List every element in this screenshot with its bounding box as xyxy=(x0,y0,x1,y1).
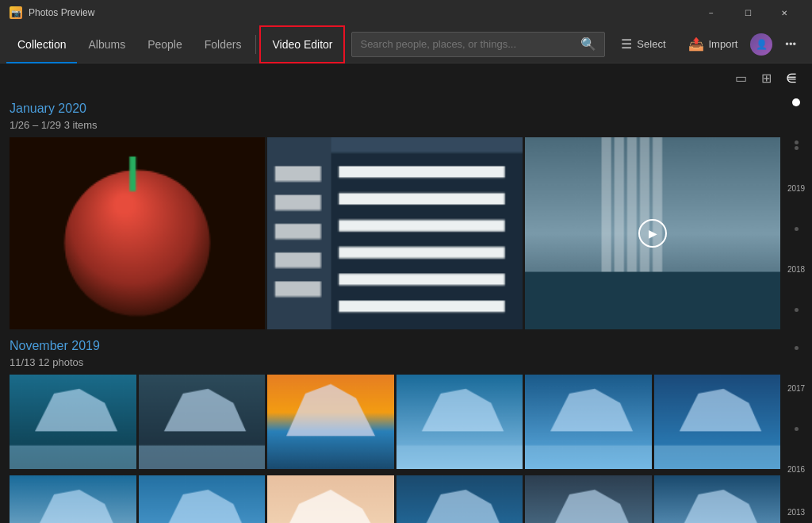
import-icon: 📤 xyxy=(688,37,704,52)
more-button[interactable]: ••• xyxy=(776,30,806,59)
section-title-nov2019[interactable]: November 2019 xyxy=(10,339,780,353)
title-bar: 📷 Photos Preview − ☐ ✕ xyxy=(0,0,812,25)
tab-albums[interactable]: Albums xyxy=(77,25,136,63)
photo-ice2[interactable] xyxy=(139,375,266,470)
photo-ice7[interactable] xyxy=(10,475,136,523)
close-button[interactable]: ✕ xyxy=(766,0,802,25)
section-meta-nov2019: 11/13 12 photos xyxy=(10,356,780,368)
timeline-dot-1 xyxy=(795,140,799,144)
app-icon: 📷 xyxy=(10,6,22,19)
timeline-dot-6 xyxy=(795,427,799,431)
photo-ice4[interactable] xyxy=(396,375,523,470)
more-icon: ••• xyxy=(785,38,796,50)
photo-apple[interactable] xyxy=(10,137,265,329)
photo-screenshot[interactable] xyxy=(267,137,523,329)
nav-divider xyxy=(255,35,256,54)
timeline: 2019 2018 2017 2016 2013 xyxy=(782,92,810,523)
import-button[interactable]: 📤 Import xyxy=(679,30,748,59)
photo-grid-nov2019-row2 xyxy=(10,475,780,523)
photo-ice3[interactable] xyxy=(267,375,394,470)
section-jan2020: January 2020 1/26 – 1/29 3 items ▶ xyxy=(10,102,780,329)
select-button[interactable]: ☰ Select xyxy=(611,30,675,59)
timeline-year-2017[interactable]: 2017 xyxy=(787,384,805,393)
photo-ice11[interactable] xyxy=(525,475,652,523)
photo-waterfall[interactable]: ▶ xyxy=(525,137,780,329)
tab-folders[interactable]: Folders xyxy=(193,25,253,63)
search-input[interactable] xyxy=(360,38,574,50)
section-title-jan2020[interactable]: January 2020 xyxy=(10,102,780,116)
photo-grid-nov2019-row1 xyxy=(10,375,780,470)
section-meta-jan2020: 1/26 – 1/29 3 items xyxy=(10,119,780,131)
search-icon: 🔍 xyxy=(580,37,596,52)
timeline-dot-4 xyxy=(795,308,799,312)
photo-ice1[interactable] xyxy=(10,375,136,470)
view-grid-large-button[interactable]: ⋹ xyxy=(780,67,802,89)
photo-grid-jan2020: ▶ xyxy=(10,137,780,329)
nav-actions: ☰ Select 📤 Import 👤 ••• xyxy=(611,30,806,59)
tab-video-editor[interactable]: Video Editor xyxy=(259,25,345,63)
avatar[interactable]: 👤 xyxy=(750,33,772,56)
timeline-dot-5 xyxy=(795,346,799,350)
timeline-marker-top xyxy=(792,98,800,106)
maximize-button[interactable]: ☐ xyxy=(730,0,766,25)
window-controls: − ☐ ✕ xyxy=(693,0,802,25)
view-grid-small-button[interactable]: ⊞ xyxy=(755,67,777,89)
timeline-year-2016[interactable]: 2016 xyxy=(787,465,805,474)
view-single-button[interactable]: ▭ xyxy=(730,67,752,89)
timeline-year-2018[interactable]: 2018 xyxy=(787,265,805,274)
view-controls: ▭ ⊞ ⋹ xyxy=(0,63,812,92)
photo-ice10[interactable] xyxy=(396,475,523,523)
photo-ice6[interactable] xyxy=(654,375,781,470)
minimize-button[interactable]: − xyxy=(693,0,730,25)
play-button[interactable]: ▶ xyxy=(638,219,667,248)
tab-people[interactable]: People xyxy=(136,25,193,63)
select-icon: ☰ xyxy=(621,37,632,52)
search-box[interactable]: 🔍 xyxy=(351,32,605,57)
timeline-year-2019[interactable]: 2019 xyxy=(787,184,805,193)
photo-ice5[interactable] xyxy=(525,375,652,470)
section-nov2019: November 2019 11/13 12 photos xyxy=(10,339,780,524)
photo-ice12[interactable] xyxy=(654,475,781,523)
timeline-dot-2 xyxy=(795,146,799,150)
tab-collection[interactable]: Collection xyxy=(6,25,77,63)
nav-bar: Collection Albums People Folders Video E… xyxy=(0,25,812,63)
photo-ice9[interactable] xyxy=(267,475,394,523)
app-title: Photos Preview xyxy=(29,7,94,18)
timeline-dot-3 xyxy=(795,227,799,231)
timeline-year-2013[interactable]: 2013 xyxy=(787,508,805,517)
main-content: January 2020 1/26 – 1/29 3 items ▶ Novem… xyxy=(0,92,812,523)
photo-ice8[interactable] xyxy=(139,475,266,523)
